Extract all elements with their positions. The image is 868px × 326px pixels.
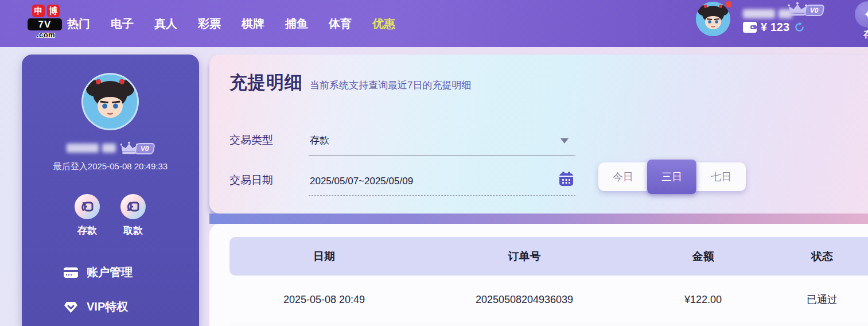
nav-item-slots[interactable]: 电子 bbox=[111, 16, 134, 32]
cell-amount: ¥122.00 bbox=[630, 294, 776, 306]
nav-item-cards[interactable]: 棋牌 bbox=[242, 16, 264, 32]
wallet-icon bbox=[743, 22, 757, 33]
brand-logo[interactable]: 申 博 7V .com bbox=[28, 5, 64, 39]
refresh-icon[interactable] bbox=[793, 21, 805, 33]
transaction-detail-panel: 充提明细 当前系统支持查询最近7日的充提明细 交易类型 存款 交易日期 2025… bbox=[209, 55, 868, 214]
censored-text-block bbox=[743, 9, 775, 18]
balance-amount: ¥ 123 bbox=[761, 21, 789, 34]
censored-username bbox=[743, 9, 792, 18]
wallet-balance: ¥ 123 bbox=[743, 21, 805, 34]
table-header: 日期 订单号 金额 状态 bbox=[229, 237, 868, 275]
cell-order-no: 20250508204936039 bbox=[419, 294, 630, 306]
quick-deposit-button[interactable]: ✦ 存 bbox=[850, 1, 868, 41]
vip-badge: V0 bbox=[804, 5, 824, 16]
date-range-input[interactable]: 2025/05/07~2025/05/09 bbox=[309, 164, 575, 196]
last-login-text: 最后登入2025-05-08 20:49:33 bbox=[22, 161, 199, 172]
vip-diamond-icon bbox=[63, 299, 79, 315]
censored-text-block bbox=[102, 143, 116, 153]
quick-deposit-icon: ✦ bbox=[855, 1, 868, 28]
nav-item-lottery[interactable]: 彩票 bbox=[198, 16, 221, 32]
table-row[interactable]: 2025-05-08 20:49 20250508204936039 ¥122.… bbox=[229, 275, 868, 324]
panel-gap-decoration bbox=[209, 214, 868, 224]
range-button-three-days[interactable]: 三日 bbox=[647, 160, 696, 194]
sidebar-vip-level[interactable]: V0 bbox=[119, 141, 154, 156]
sidebar-username-row: V0 bbox=[22, 141, 199, 156]
nav-item-promo[interactable]: 优惠 bbox=[372, 16, 395, 32]
notification-dot bbox=[726, 1, 732, 7]
menu-item-label: VIP特权 bbox=[87, 299, 128, 315]
date-range-value: 2025/05/07~2025/05/09 bbox=[310, 176, 413, 187]
cell-status: 已通过 bbox=[776, 293, 868, 306]
range-button-seven-days[interactable]: 七日 bbox=[696, 162, 746, 191]
app-root: 申 博 7V .com 热门 电子 真人 彩票 棋牌 捕鱼 体育 优惠 bbox=[0, 0, 868, 326]
sidebar-item-account-management[interactable]: 账户管理 bbox=[63, 265, 133, 280]
transaction-date-label: 交易日期 bbox=[229, 173, 309, 196]
sidebar-avatar[interactable] bbox=[81, 73, 139, 130]
top-navbar: 申 博 7V .com 热门 电子 真人 彩票 棋牌 捕鱼 体育 优惠 bbox=[0, 0, 868, 47]
nav-item-fishing[interactable]: 捕鱼 bbox=[285, 16, 308, 32]
main-nav: 热门 电子 真人 彩票 棋牌 捕鱼 体育 优惠 bbox=[67, 0, 395, 47]
deposit-arrow-icon bbox=[75, 194, 100, 219]
bank-card-icon bbox=[63, 265, 79, 280]
panel-header: 充提明细 当前系统支持查询最近7日的充提明细 bbox=[229, 71, 471, 95]
vip-badge: V0 bbox=[134, 143, 155, 154]
menu-item-label: 账户管理 bbox=[87, 265, 133, 280]
transaction-type-select[interactable]: 存款 bbox=[309, 123, 575, 156]
transaction-type-label: 交易类型 bbox=[229, 133, 309, 156]
brand-name: 7V bbox=[28, 18, 62, 30]
brand-badges: 申 博 bbox=[28, 5, 64, 17]
transaction-date-row: 交易日期 2025/05/07~2025/05/09 bbox=[229, 164, 575, 196]
brand-tld: .com bbox=[28, 30, 64, 39]
column-header-status: 状态 bbox=[776, 249, 868, 264]
calendar-icon[interactable] bbox=[558, 171, 574, 189]
records-table-panel: 日期 订单号 金额 状态 2025-05-08 20:49 2025050820… bbox=[209, 224, 868, 326]
vip-level[interactable]: V0 bbox=[787, 1, 824, 17]
withdraw-button[interactable]: 取款 bbox=[115, 194, 151, 237]
nav-item-hot[interactable]: 热门 bbox=[67, 16, 90, 32]
page-title: 充提明细 bbox=[229, 71, 303, 95]
nav-item-live[interactable]: 真人 bbox=[154, 16, 177, 32]
column-header-date: 日期 bbox=[229, 249, 419, 264]
transaction-type-value: 存款 bbox=[310, 134, 329, 147]
chevron-down-icon[interactable] bbox=[560, 138, 569, 143]
withdraw-label: 取款 bbox=[115, 224, 151, 237]
brand-badge-right: 博 bbox=[47, 5, 60, 17]
deposit-button[interactable]: 存款 bbox=[69, 194, 106, 237]
transaction-type-row: 交易类型 存款 bbox=[229, 123, 575, 156]
censored-text-block bbox=[67, 143, 99, 153]
navbar-user-area: V0 ¥ 123 ✦ 存 bbox=[696, 0, 868, 47]
account-sidebar: V0 最后登入2025-05-08 20:49:33 存款 bbox=[22, 55, 199, 326]
withdraw-arrow-icon bbox=[120, 194, 146, 219]
page-subtitle: 当前系统支持查询最近7日的充提明细 bbox=[310, 79, 471, 92]
nav-item-sports[interactable]: 体育 bbox=[329, 16, 352, 32]
quick-deposit-label: 存 bbox=[850, 29, 868, 41]
range-button-today[interactable]: 今日 bbox=[598, 162, 647, 191]
cell-date: 2025-05-08 20:49 bbox=[229, 294, 419, 306]
column-header-order-no: 订单号 bbox=[419, 249, 630, 264]
date-range-quick-buttons: 今日 三日 七日 bbox=[598, 162, 746, 191]
deposit-label: 存款 bbox=[69, 224, 106, 237]
brand-badge-left: 申 bbox=[32, 5, 45, 17]
column-header-amount: 金额 bbox=[630, 249, 776, 264]
sidebar-item-vip-privileges[interactable]: VIP特权 bbox=[63, 299, 128, 315]
user-avatar[interactable] bbox=[696, 2, 730, 36]
